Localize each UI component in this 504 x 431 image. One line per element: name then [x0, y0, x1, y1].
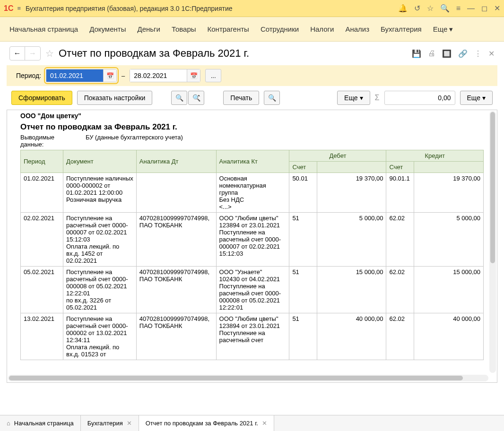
date-to-input[interactable] — [130, 69, 187, 82]
find-up-button[interactable]: 🔍̂ — [188, 91, 204, 105]
close-icon[interactable]: ✕ — [127, 420, 132, 427]
logo-1c: 1С — [4, 4, 13, 13]
cell-an-kt: ООО "Любим цветы" 123894 от 23.01.2021 П… — [216, 313, 289, 360]
show-settings-button[interactable]: Показать настройки — [77, 91, 153, 105]
find-button[interactable]: 🔍 — [171, 91, 187, 105]
menu-contractors[interactable]: Контрагенты — [208, 25, 249, 33]
close-report-icon[interactable]: ✕ — [488, 49, 495, 58]
col-period: Период — [21, 150, 63, 173]
scrollbar-horizontal[interactable] — [8, 375, 488, 381]
col-an-kt: Аналитика Кт — [216, 150, 289, 173]
sum-input[interactable] — [384, 91, 455, 105]
cell-d-acc: 51 — [289, 313, 317, 360]
report-area: ООО "Дом цветку" Отчет по проводкам за Ф… — [7, 110, 497, 383]
menu-documents[interactable]: Документы — [89, 25, 126, 33]
tab-home[interactable]: ⌂ Начальная страница — [0, 415, 81, 431]
col-an-dt: Аналитика Дт — [136, 150, 216, 173]
menu-analysis[interactable]: Анализ — [345, 25, 369, 33]
star-icon[interactable]: ☆ — [427, 4, 434, 13]
back-arrow-icon[interactable]: ← — [10, 47, 25, 60]
menu-accounting[interactable]: Бухгалтерия — [381, 25, 422, 33]
calendar-from-icon[interactable]: 📅 — [103, 69, 116, 82]
menu-home[interactable]: Начальная страница — [9, 25, 78, 33]
print-button[interactable]: Печать — [223, 91, 259, 105]
maximize-icon[interactable]: ◻ — [481, 4, 487, 13]
favorite-star-icon[interactable]: ☆ — [45, 48, 54, 59]
tab-report[interactable]: Отчет по проводкам за Февраль 2021 г. ✕ — [139, 415, 274, 431]
page-title: Отчет по проводкам за Февраль 2021 г. — [59, 47, 407, 60]
report-header: ← → ☆ Отчет по проводкам за Февраль 2021… — [0, 42, 504, 65]
chevron-down-icon: ▾ — [360, 94, 363, 102]
cell-c-val: 15 000,00 — [414, 267, 484, 313]
sub-label: Выводимые данные: — [20, 134, 63, 148]
col-d-value — [317, 162, 386, 173]
close-icon[interactable]: ✕ — [262, 420, 267, 427]
cell-period: 01.02.2021 — [21, 173, 63, 213]
search-icon[interactable]: 🔍 — [440, 4, 450, 13]
close-icon[interactable]: ✕ — [494, 4, 500, 13]
link-icon[interactable]: 🔗 — [458, 49, 468, 58]
more-vert-icon[interactable]: ⋮ — [474, 49, 482, 58]
menu-employees[interactable]: Сотрудники — [261, 25, 299, 33]
cell-an-dt: 40702810099997074998, ПАО ТОКБАНК — [136, 313, 216, 360]
cell-document: Поступление наличных 0000-000002 от 01.0… — [63, 173, 136, 213]
tab-accounting-label: Бухгалтерия — [87, 420, 123, 427]
settings-icon[interactable]: ≡ — [456, 4, 461, 13]
table-row[interactable]: 01.02.2021Поступление наличных 0000-0000… — [21, 173, 484, 213]
col-document: Документ — [63, 150, 136, 173]
bell-icon[interactable]: 🔔 — [398, 4, 408, 13]
date-from-box: 📅 — [46, 69, 117, 82]
history-icon[interactable]: ↺ — [414, 4, 420, 13]
print-preview-button[interactable]: 🔍 — [264, 91, 280, 105]
save-icon[interactable]: 💾 — [412, 49, 421, 58]
cell-d-acc: 51 — [289, 213, 317, 267]
date-from-input[interactable] — [46, 69, 103, 82]
cell-d-acc: 50.01 — [289, 173, 317, 213]
period-dash: – — [122, 72, 125, 79]
menu-goods[interactable]: Товары — [172, 25, 196, 33]
org-name: ООО "Дом цветку" — [20, 110, 497, 121]
minimize-icon[interactable]: — — [467, 4, 475, 13]
period-select-button[interactable]: ... — [205, 69, 221, 82]
forward-arrow-icon[interactable]: → — [25, 47, 40, 60]
table-row[interactable]: 05.02.2021Поступление на расчетный счет … — [21, 267, 484, 313]
print-icon[interactable]: 🖨 — [428, 49, 435, 58]
hamburger-icon[interactable]: ≡ — [17, 5, 21, 12]
sub-value: БУ (данные бухгалтерского учета) — [86, 134, 183, 148]
preview-icon[interactable]: 🔲 — [442, 49, 452, 58]
calendar-to-icon[interactable]: 📅 — [187, 69, 200, 82]
table-row[interactable]: 13.02.2021Поступление на расчетный счет … — [21, 313, 484, 360]
period-label: Период: — [16, 72, 41, 79]
main-menu: Начальная страница Документы Деньги Това… — [0, 17, 504, 42]
sigma-icon: Σ — [375, 94, 380, 102]
cell-c-val: 19 370,00 — [414, 173, 484, 213]
cell-document: Поступление на расчетный счет 0000-00000… — [63, 313, 136, 360]
generate-button[interactable]: Сформировать — [11, 91, 72, 105]
scrollbar-vertical[interactable] — [489, 111, 496, 373]
col-c-value — [414, 162, 484, 173]
col-debit: Дебет — [289, 150, 386, 162]
cell-an-kt: ООО "Узнаете" 102430 от 04.02.2021 Посту… — [216, 267, 289, 313]
cell-period: 05.02.2021 — [21, 267, 63, 313]
table-row[interactable]: 02.02.2021Поступление на расчетный счет … — [21, 213, 484, 267]
menu-more[interactable]: Еще ▾ — [433, 25, 453, 34]
col-d-account: Счет — [289, 162, 317, 173]
report-table: Период Документ Аналитика Дт Аналитика К… — [20, 150, 484, 360]
more-button-1[interactable]: Еще▾ — [337, 91, 370, 105]
report-name: Отчет по проводкам за Февраль 2021 г. — [20, 121, 497, 134]
cell-c-acc: 62.02 — [386, 267, 414, 313]
cell-c-acc: 62.02 — [386, 313, 414, 360]
cell-document: Поступление на расчетный счет 0000-00000… — [63, 267, 136, 313]
menu-money[interactable]: Деньги — [137, 25, 160, 33]
cell-c-acc: 62.02 — [386, 213, 414, 267]
tab-accounting[interactable]: Бухгалтерия ✕ — [81, 415, 139, 431]
menu-taxes[interactable]: Налоги — [310, 25, 334, 33]
cell-an-dt: 40702810099997074998, ПАО ТОКБАНК — [136, 213, 216, 267]
cell-an-dt — [136, 173, 216, 213]
cell-c-val: 5 000,00 — [414, 213, 484, 267]
more-button-2[interactable]: Еще▾ — [460, 91, 493, 105]
tab-home-label: Начальная страница — [14, 420, 74, 427]
app-title: Бухгалтерия предприятия (базовая), редак… — [26, 5, 398, 12]
cell-d-val: 5 000,00 — [317, 213, 386, 267]
cell-d-val: 19 370,00 — [317, 173, 386, 213]
